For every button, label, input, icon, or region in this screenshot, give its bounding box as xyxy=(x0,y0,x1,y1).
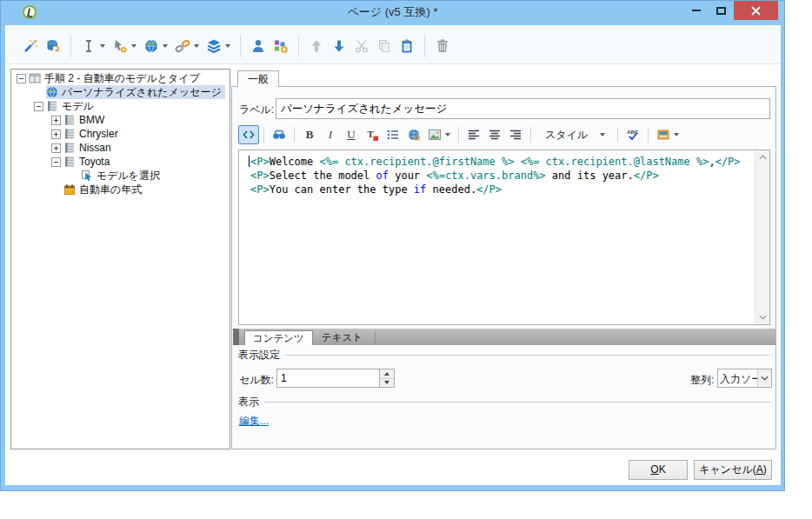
tree-item[interactable]: Nissan xyxy=(11,141,230,155)
plus-line xyxy=(56,146,57,150)
ok-button[interactable]: OK xyxy=(629,460,688,480)
recipient-button[interactable] xyxy=(247,34,270,58)
tree-item-content[interactable]: Chrysler xyxy=(63,127,122,141)
tree-item-content[interactable]: Nissan xyxy=(63,141,115,155)
web-page-button[interactable] xyxy=(140,34,171,58)
find-button[interactable] xyxy=(269,125,290,144)
cancel-button[interactable]: キャンセル(A) xyxy=(694,460,772,480)
code-token: if xyxy=(414,183,426,196)
tab-general[interactable]: 一般 xyxy=(237,70,279,87)
copy-button[interactable] xyxy=(373,34,396,58)
align-center-button[interactable] xyxy=(484,125,505,144)
expand-icon[interactable] xyxy=(51,143,61,153)
collapse-icon[interactable] xyxy=(17,74,26,83)
cut-icon xyxy=(354,38,369,54)
tabbar-grip[interactable] xyxy=(233,329,239,345)
tree-item-label: Chrysler xyxy=(78,128,119,140)
cut-button[interactable] xyxy=(350,34,373,58)
expand-icon[interactable] xyxy=(51,130,61,139)
control-settings-button[interactable] xyxy=(109,34,140,58)
underline-button[interactable]: U xyxy=(341,125,362,144)
find-icon xyxy=(272,128,286,142)
scroll-down-icon[interactable] xyxy=(755,310,769,324)
delete-button[interactable] xyxy=(431,34,454,58)
align-right-button[interactable] xyxy=(505,125,526,144)
code-token: <P> xyxy=(250,183,270,196)
cell-count-input[interactable] xyxy=(277,369,380,387)
style-combo-button[interactable]: スタイル xyxy=(536,125,613,144)
source-code-icon xyxy=(242,128,256,142)
input-field-button[interactable] xyxy=(77,34,109,58)
html-source-editor[interactable]: <P>Welcome <%= ctx.recipient.@firstName … xyxy=(238,150,770,325)
tree-item[interactable]: モデル xyxy=(11,99,230,113)
link-button[interactable] xyxy=(171,34,203,58)
code-token: your xyxy=(389,170,426,182)
add-content-button[interactable] xyxy=(270,34,292,58)
sort-label: 整列: xyxy=(690,373,714,388)
collapse-icon[interactable] xyxy=(51,157,61,167)
database-restore-button[interactable] xyxy=(42,34,64,58)
window-controls xyxy=(683,1,778,20)
tree-item-label: Toyota xyxy=(78,156,110,168)
tree-item-content[interactable]: BMW xyxy=(63,113,108,127)
bottom-tab-content[interactable]: コンテンツ xyxy=(244,330,313,345)
tree-item[interactable]: モデルを選択 xyxy=(11,169,230,183)
personalization-block-button[interactable] xyxy=(653,125,682,144)
package-button[interactable] xyxy=(203,34,234,58)
chevron-down-icon[interactable] xyxy=(757,369,771,387)
bold-button[interactable]: B xyxy=(299,125,320,144)
minimize-button[interactable] xyxy=(683,1,709,20)
code-token: <%=ctx.vars.brand%> xyxy=(426,170,545,182)
tree-item[interactable]: パーソナライズされたメッセージ xyxy=(11,85,230,99)
align-left-icon xyxy=(467,128,481,142)
tree-item[interactable]: Toyota xyxy=(11,155,230,169)
tree-item-content[interactable]: モデル xyxy=(46,99,97,113)
tree-item-content[interactable]: 手順 2 - 自動車のモデルとタイプ xyxy=(29,71,203,85)
move-up-button[interactable] xyxy=(305,34,328,58)
richtext-toolbar: BIUTスタイルABC xyxy=(238,123,770,146)
recipient-icon xyxy=(250,38,266,54)
stepper-down-button[interactable] xyxy=(380,379,394,388)
close-button[interactable] xyxy=(734,1,778,20)
scroll-up-icon[interactable] xyxy=(755,150,769,164)
source-code-button[interactable] xyxy=(238,125,259,144)
align-right-icon xyxy=(509,128,522,142)
edit-link[interactable]: 編集... xyxy=(239,414,269,429)
font-color-button[interactable]: T xyxy=(362,125,383,144)
tree-item[interactable]: Chrysler xyxy=(11,127,230,141)
page-structure-tree[interactable]: 手順 2 - 自動車のモデルとタイプパーソナライズされたメッセージモデルBMWC… xyxy=(10,69,230,449)
sort-select-value: 入力ソー xyxy=(720,372,762,387)
stepper-up-button[interactable] xyxy=(380,369,394,379)
tree-item[interactable]: 手順 2 - 自動車のモデルとタイプ xyxy=(11,71,230,85)
label-input[interactable] xyxy=(276,98,770,119)
image-button[interactable] xyxy=(424,125,454,144)
editor-scrollbar[interactable] xyxy=(755,150,769,324)
label-field-caption: ラベル: xyxy=(239,103,274,117)
tree-item-content[interactable]: 自動車の年式 xyxy=(63,183,145,196)
align-left-button[interactable] xyxy=(463,125,484,144)
expand-icon[interactable] xyxy=(51,116,61,125)
bullet-list-button[interactable] xyxy=(383,125,403,144)
tree-item[interactable]: 自動車の年式 xyxy=(11,183,230,196)
collapse-icon[interactable] xyxy=(34,102,43,111)
italic-button[interactable]: I xyxy=(320,125,341,144)
wizard-button[interactable] xyxy=(19,34,42,58)
wizard-icon xyxy=(23,38,38,54)
code-text[interactable]: <P>Welcome <%= ctx.recipient.@firstName … xyxy=(239,150,755,324)
hyperlink-button[interactable] xyxy=(403,125,424,144)
tree-item-content[interactable]: モデルを選択 xyxy=(81,169,163,183)
paste-button[interactable] xyxy=(396,34,418,58)
bottom-tab-text[interactable]: テキスト xyxy=(314,330,370,345)
tree-item-content[interactable]: Toyota xyxy=(63,155,113,169)
maximize-button[interactable] xyxy=(709,1,734,20)
spell-check-button[interactable]: ABC xyxy=(622,125,643,144)
chevron-down-icon xyxy=(131,44,136,48)
triangle-down-icon xyxy=(384,381,389,384)
add-content-icon xyxy=(273,38,289,54)
tree-item[interactable]: BMW xyxy=(11,113,230,127)
toolbar-separator xyxy=(294,127,295,143)
move-down-button[interactable] xyxy=(328,34,350,58)
bullet-list-icon xyxy=(386,128,400,142)
sort-select[interactable]: 入力ソー xyxy=(717,369,772,388)
tree-item-content[interactable]: パーソナライズされたメッセージ xyxy=(46,85,225,99)
